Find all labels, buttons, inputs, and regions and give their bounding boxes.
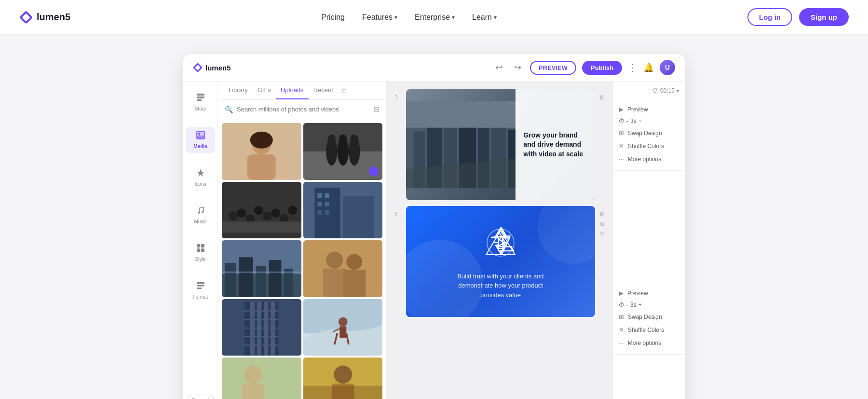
shuffle-colors-action[interactable]: ✕ Shuffle Colors [619, 139, 679, 152]
svg-rect-74 [244, 336, 279, 337]
tab-uploads[interactable]: Uploads [276, 82, 309, 99]
duration-value: 3s [630, 118, 637, 124]
user-avatar[interactable]: U [660, 60, 675, 75]
svg-rect-90 [303, 386, 383, 399]
transcript-button[interactable]: Transcript [188, 395, 214, 399]
nav-learn[interactable]: Learn ▾ [472, 13, 497, 22]
scene-2-right-actions: ▶ Preview ⏱ - 3s + ⊞ Swap Design ✕ [613, 282, 685, 355]
media-item[interactable] [303, 123, 383, 180]
scene-1-number: 1 [394, 89, 401, 101]
search-input[interactable] [237, 106, 369, 113]
sidebar-item-media[interactable]: Media [186, 127, 215, 153]
more-options-action-2[interactable]: ··· More options [619, 336, 679, 349]
redo-button[interactable]: ↪ [511, 60, 524, 75]
scene-expand-button[interactable]: ⊞ [600, 94, 605, 101]
swap-design-action-2[interactable]: ⊞ Swap Design [619, 310, 679, 323]
undo-button[interactable]: ↩ [492, 60, 505, 75]
login-button[interactable]: Log in [747, 8, 792, 26]
scene-duration: ⏱ - 3s + [619, 116, 679, 126]
canvas-area: 1 [387, 82, 612, 399]
logo[interactable]: lumen5 [19, 11, 70, 24]
sidebar: Story Media Icons [183, 82, 218, 399]
media-item[interactable] [222, 240, 301, 297]
style-label: Style [195, 257, 205, 262]
scene-1-row: 1 [394, 89, 605, 200]
swap-design-action[interactable]: ⊞ Swap Design [619, 126, 679, 139]
sidebar-item-music[interactable]: Music [186, 202, 215, 228]
sidebar-item-format[interactable]: Format [186, 277, 215, 303]
svg-point-36 [254, 206, 263, 215]
svg-rect-6 [197, 99, 202, 101]
svg-point-31 [350, 135, 358, 144]
svg-rect-56 [269, 260, 282, 297]
main-content: lumen5 ↩ ↪ PREVIEW Publish ⋮ 🔔 U Stor [0, 35, 868, 399]
logo-icon [19, 11, 33, 24]
svg-rect-15 [197, 248, 200, 252]
nav-features[interactable]: Features ▾ [362, 13, 397, 22]
play-icon-2: ▶ [619, 289, 624, 297]
svg-point-11 [198, 212, 200, 214]
svg-rect-86 [222, 358, 301, 399]
preview-action[interactable]: ▶ Preview [619, 103, 679, 116]
media-item[interactable] [303, 299, 383, 356]
media-item[interactable] [222, 182, 301, 239]
media-item[interactable] [222, 123, 301, 180]
media-item[interactable] [303, 240, 383, 297]
media-item[interactable] [222, 299, 301, 356]
icons-label: Icons [195, 181, 206, 187]
dash-plus-2: + [638, 302, 642, 308]
scene-2-duplicate-button[interactable]: ⧉ [600, 220, 605, 227]
svg-rect-17 [197, 282, 204, 284]
media-label: Media [193, 144, 207, 149]
music-label: Music [194, 219, 206, 224]
preview-button[interactable]: PREVIEW [530, 61, 576, 75]
app-logo-icon [193, 63, 203, 72]
publish-button[interactable]: Publish [582, 61, 622, 75]
svg-rect-46 [325, 193, 329, 197]
media-item[interactable] [303, 358, 383, 399]
scene-1-card[interactable]: Grow your brand and drive demand with vi… [406, 89, 595, 200]
sidebar-item-story[interactable]: Story [186, 89, 215, 115]
tab-recent[interactable]: Recent [309, 82, 338, 99]
navbar: lumen5 Pricing Features ▾ Enterprise ▾ L… [0, 0, 868, 35]
scene-2-settings-button[interactable]: ⊙ [600, 230, 605, 237]
more-dots-icon-2: ··· [619, 339, 624, 346]
logo-text: lumen5 [37, 12, 70, 23]
svg-point-78 [338, 317, 347, 326]
shuffle-colors-action-2[interactable]: ✕ Shuffle Colors [619, 323, 679, 336]
tab-gifs[interactable]: GIFs [253, 82, 276, 99]
bg-circle-1 [406, 240, 483, 317]
sidebar-item-style[interactable]: Style [186, 240, 215, 266]
more-options-action[interactable]: ··· More options [619, 152, 679, 165]
media-item[interactable] [222, 358, 301, 399]
scene-2-duration: ⏱ - 3s + [619, 300, 679, 310]
dash-plus: + [638, 118, 642, 124]
svg-marker-10 [197, 169, 204, 177]
svg-rect-13 [197, 244, 200, 248]
nav-pricing[interactable]: Pricing [321, 13, 345, 22]
svg-rect-69 [264, 302, 268, 356]
preview-label-2: Preview [627, 290, 648, 297]
scene-1-text-overlay: Grow your brand and drive demand with vi… [515, 89, 595, 200]
more-options-button[interactable]: ⋮ [628, 62, 637, 73]
play-icon: ▶ [619, 106, 624, 113]
scene-2-expand-button[interactable]: ⊞ [600, 211, 605, 218]
shuffle-colors-label-2: Shuffle Colors [628, 327, 664, 333]
signup-button[interactable]: Sign up [799, 8, 849, 26]
media-search-bar: 🔍 ⊟ [218, 100, 386, 119]
timer-chevron: ▾ [677, 88, 679, 94]
filter-icon[interactable]: ⊟ [373, 105, 380, 114]
nav-enterprise[interactable]: Enterprise ▾ [415, 13, 455, 22]
sidebar-item-icons[interactable]: Icons [186, 165, 215, 191]
app-window: lumen5 ↩ ↪ PREVIEW Publish ⋮ 🔔 U Stor [183, 54, 685, 399]
svg-point-40 [288, 206, 297, 215]
svg-rect-70 [271, 302, 275, 356]
preview-action-2[interactable]: ▶ Preview [619, 287, 679, 300]
more-options-label-2: More options [628, 340, 661, 346]
tab-favorites[interactable]: ☆ [338, 82, 350, 99]
scene-2-card[interactable]: Build trust with your clients and demons… [406, 206, 595, 317]
nav-actions: Log in Sign up [747, 8, 849, 26]
tab-library[interactable]: Library [224, 82, 253, 99]
media-item[interactable] [303, 182, 383, 239]
notification-bell-icon[interactable]: 🔔 [643, 62, 654, 73]
